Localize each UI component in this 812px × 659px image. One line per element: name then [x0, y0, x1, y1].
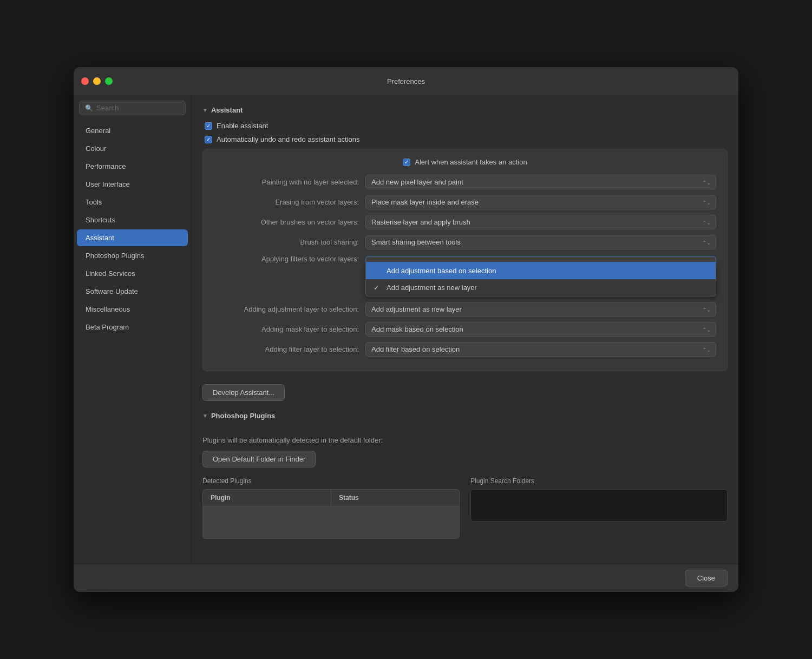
develop-assistant-button[interactable]: Develop Assistant... — [202, 384, 285, 401]
sidebar-item-beta-program[interactable]: Beta Program — [77, 319, 188, 335]
adding-filter-select-wrapper: Add filter based on selection ⌃⌄ — [365, 342, 716, 357]
adding-adjustment-select-wrapper: Add adjustment as new layer ⌃⌄ — [365, 302, 716, 317]
minimize-button[interactable] — [93, 77, 101, 85]
search-box[interactable]: 🔍 Search — [79, 101, 186, 115]
close-button[interactable] — [81, 77, 89, 85]
brush-sharing-row: Brush tool sharing: Smart sharing betwee… — [214, 235, 716, 249]
main-panel: ▼ Assistant Enable assistant Automatical… — [192, 95, 738, 564]
sidebar-item-miscellaneous[interactable]: Miscellaneous — [77, 301, 188, 318]
erasing-vector-row: Erasing from vector layers: Place mask l… — [214, 195, 716, 209]
status-col-header: Status — [331, 490, 459, 506]
detected-plugins-table: Detected Plugins Plugin Status — [202, 477, 460, 539]
brush-sharing-label: Brush tool sharing: — [214, 238, 365, 246]
assistant-inner-panel: Alert when assistant takes an action Pai… — [202, 149, 728, 371]
adding-adjustment-row: Adding adjustment layer to selection: Ad… — [214, 302, 716, 317]
brush-sharing-select[interactable]: Smart sharing between tools — [365, 235, 716, 249]
enable-assistant-row[interactable]: Enable assistant — [202, 122, 728, 130]
search-folders-panel: Plugin Search Folders — [470, 477, 728, 539]
alert-label: Alert when assistant takes an action — [415, 158, 527, 166]
adding-mask-select-wrapper: Add mask based on selection ⌃⌄ — [365, 322, 716, 337]
adding-adjustment-label: Adding adjustment layer to selection: — [214, 305, 365, 313]
enable-assistant-label: Enable assistant — [217, 122, 268, 130]
adding-mask-label: Adding mask layer to selection: — [214, 325, 365, 333]
photoshop-plugins-section: ▼ Photoshop Plugins Plugins will be auto… — [202, 412, 728, 548]
painting-no-layer-select[interactable]: Add new pixel layer and paint — [365, 175, 716, 189]
footer: Close — [74, 564, 738, 592]
traffic-lights — [81, 77, 113, 85]
maximize-button[interactable] — [105, 77, 113, 85]
auto-undo-label: Automatically undo and redo assistant ac… — [217, 135, 360, 143]
detected-plugins-title: Detected Plugins — [202, 477, 460, 485]
alert-row: Alert when assistant takes an action — [214, 158, 716, 166]
applying-filters-dropdown: Add adjustment based on selection ✓ Add … — [365, 262, 716, 296]
adding-filter-label: Adding filter layer to selection: — [214, 345, 365, 353]
sidebar-item-colour[interactable]: Colour — [77, 140, 188, 157]
adding-filter-row: Adding filter layer to selection: Add fi… — [214, 342, 716, 357]
sidebar-item-linked-services[interactable]: Linked Services — [77, 265, 188, 282]
titlebar: Preferences — [74, 67, 738, 95]
assistant-section: ▼ Assistant Enable assistant Automatical… — [202, 106, 728, 401]
plugins-content: Plugins will be automatically detected i… — [202, 427, 728, 548]
plugins-grid: Detected Plugins Plugin Status Plugin Se… — [202, 477, 728, 539]
adding-mask-select[interactable]: Add mask based on selection — [365, 322, 716, 337]
content-area: 🔍 Search General Colour Performance User… — [74, 95, 738, 564]
sidebar-item-performance[interactable]: Performance — [77, 158, 188, 175]
assistant-section-header: ▼ Assistant — [202, 106, 728, 114]
dropdown-checked-icon: ✓ — [374, 284, 382, 292]
plugins-description: Plugins will be automatically detected i… — [202, 436, 728, 444]
other-brushes-select[interactable]: Rasterise layer and apply brush — [365, 215, 716, 229]
erasing-vector-select[interactable]: Place mask layer inside and erase — [365, 195, 716, 209]
auto-undo-checkbox[interactable] — [205, 136, 212, 143]
adding-filter-select[interactable]: Add filter based on selection — [365, 342, 716, 357]
other-brushes-select-wrapper: Rasterise layer and apply brush ⌃⌄ — [365, 215, 716, 229]
sidebar: 🔍 Search General Colour Performance User… — [74, 95, 192, 564]
applying-filters-label: Applying filters to vector layers: — [214, 255, 365, 263]
painting-no-layer-select-wrapper: Add new pixel layer and paint ⌃⌄ — [365, 175, 716, 189]
search-icon: 🔍 — [85, 104, 93, 112]
sidebar-item-tools[interactable]: Tools — [77, 194, 188, 210]
applying-filters-select[interactable] — [365, 256, 716, 262]
sidebar-item-user-interface[interactable]: User Interface — [77, 176, 188, 193]
chevron-down-icon: ▼ — [202, 107, 208, 113]
sidebar-item-software-update[interactable]: Software Update — [77, 283, 188, 300]
table-body — [202, 506, 460, 539]
photoshop-section-title: Photoshop Plugins — [211, 412, 275, 420]
sidebar-item-assistant[interactable]: Assistant — [77, 229, 188, 246]
brush-sharing-select-wrapper: Smart sharing between tools ⌃⌄ — [365, 235, 716, 249]
table-header: Plugin Status — [202, 489, 460, 506]
open-folder-button[interactable]: Open Default Folder in Finder — [202, 451, 316, 467]
other-brushes-row: Other brushes on vector layers: Rasteris… — [214, 215, 716, 229]
search-folders-title: Plugin Search Folders — [470, 477, 728, 485]
sidebar-item-shortcuts[interactable]: Shortcuts — [77, 212, 188, 228]
assistant-section-title: Assistant — [211, 106, 243, 114]
applying-filters-row: Applying filters to vector layers: Add a… — [214, 255, 716, 263]
adding-adjustment-select[interactable]: Add adjustment as new layer — [365, 302, 716, 317]
preferences-window: Preferences 🔍 Search General Colour Perf… — [74, 67, 738, 592]
search-placeholder: Search — [96, 104, 119, 112]
painting-no-layer-row: Painting with no layer selected: Add new… — [214, 175, 716, 189]
erasing-vector-label: Erasing from vector layers: — [214, 198, 365, 206]
dropdown-option-adjustment-new-layer[interactable]: ✓ Add adjustment as new layer — [366, 279, 716, 296]
window-title: Preferences — [387, 77, 425, 85]
chevron-down-icon-2: ▼ — [202, 413, 208, 419]
close-button[interactable]: Close — [685, 570, 728, 586]
sidebar-item-general[interactable]: General — [77, 122, 188, 139]
photoshop-section-header: ▼ Photoshop Plugins — [202, 412, 728, 420]
search-folders-box — [470, 489, 728, 522]
auto-undo-row[interactable]: Automatically undo and redo assistant ac… — [202, 135, 728, 143]
painting-no-layer-label: Painting with no layer selected: — [214, 178, 365, 186]
dropdown-option-adjustment-selection[interactable]: Add adjustment based on selection — [366, 262, 716, 279]
other-brushes-label: Other brushes on vector layers: — [214, 218, 365, 226]
applying-filters-select-wrapper: Add adjustment based on selection ✓ Add … — [365, 256, 716, 262]
sidebar-item-photoshop-plugins[interactable]: Photoshop Plugins — [77, 247, 188, 264]
erasing-vector-select-wrapper: Place mask layer inside and erase ⌃⌄ — [365, 195, 716, 209]
plugin-col-header: Plugin — [203, 490, 331, 506]
alert-checkbox[interactable] — [403, 159, 410, 166]
enable-assistant-checkbox[interactable] — [205, 122, 212, 130]
adding-mask-row: Adding mask layer to selection: Add mask… — [214, 322, 716, 337]
